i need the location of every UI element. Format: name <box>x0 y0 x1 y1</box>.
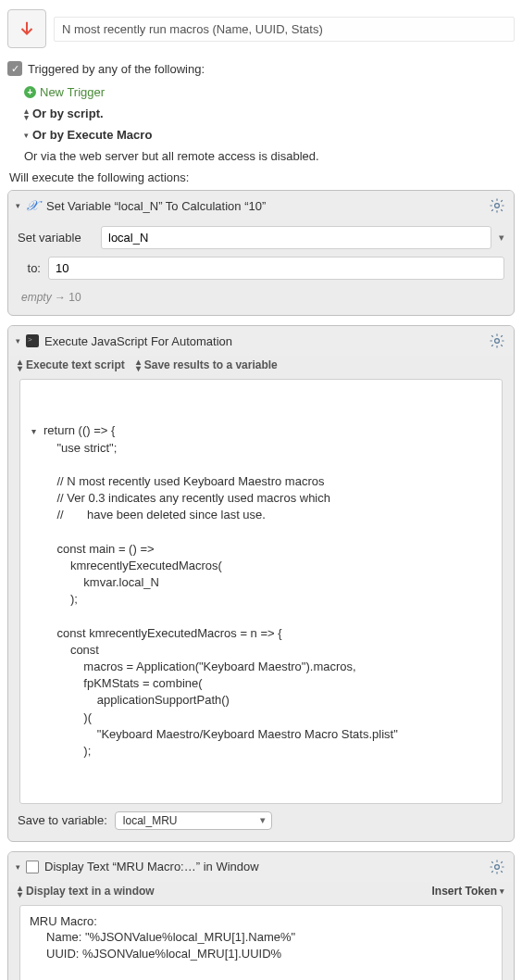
new-trigger-button[interactable]: + New Trigger <box>24 85 515 99</box>
or-by-script[interactable]: ▴▾ Or by script. <box>24 107 515 120</box>
gear-button[interactable] <box>488 196 506 215</box>
action-execute-jxa: ▾ Execute JavaScript For Automation ▴▾ E… <box>7 325 515 842</box>
to-label: to: <box>18 261 41 275</box>
macro-icon-box <box>7 9 46 48</box>
actions-section-label: Will execute the following actions: <box>9 170 515 184</box>
or-by-execute-macro[interactable]: ▾ Or by Execute Macro <box>24 128 515 142</box>
down-arrow-icon <box>17 19 37 39</box>
display-in-window-option[interactable]: ▴▾ Display text in a window <box>18 885 155 898</box>
dropdown-chevron-icon: ▾ <box>260 814 266 826</box>
chevron-down-icon: ▾ <box>500 886 504 896</box>
disclosure-icon[interactable]: ▾ <box>16 336 20 346</box>
save-to-variable-label: Save to variable: <box>18 813 107 827</box>
svg-point-2 <box>495 864 500 869</box>
triggered-label: Triggered by any of the following: <box>28 62 205 76</box>
action-title: Display Text “MRU Macro:…” in Window <box>44 860 482 873</box>
dropdown-chevron-icon[interactable]: ▾ <box>499 232 504 244</box>
gear-button[interactable] <box>488 858 506 876</box>
to-value-input[interactable] <box>48 257 504 280</box>
variable-name-input[interactable] <box>101 226 491 249</box>
enabled-checkbox[interactable]: ✓ <box>7 61 22 76</box>
save-results-option[interactable]: ▴▾ Save results to a variable <box>136 358 278 371</box>
or-execute-macro-label: Or by Execute Macro <box>32 128 152 142</box>
svg-point-1 <box>495 339 500 344</box>
svg-point-0 <box>495 204 500 208</box>
window-icon <box>26 861 39 873</box>
gear-button[interactable] <box>488 332 506 350</box>
or-script-label: Or by script. <box>32 107 104 120</box>
code-text-area[interactable]: ▾ return (() => { "use strict"; // N mos… <box>19 379 503 804</box>
action-title: Execute JavaScript For Automation <box>44 334 482 348</box>
action-title: Set Variable “local_N” To Calculation “1… <box>46 199 482 213</box>
terminal-icon <box>26 334 39 347</box>
plus-icon: + <box>24 86 36 98</box>
variable-icon: 𝒳 <box>26 198 41 214</box>
code-fold-icon[interactable]: ▾ <box>31 422 36 760</box>
disclosure-icon[interactable]: ▾ <box>16 201 20 210</box>
disclosure-icon[interactable]: ▾ <box>16 862 20 872</box>
code-content: return (() => { "use strict"; // N most … <box>44 422 398 760</box>
save-variable-select[interactable]: local_MRU ▾ <box>115 811 272 830</box>
execute-text-script-option[interactable]: ▴▾ Execute text script <box>18 358 125 371</box>
action-set-variable: ▾ 𝒳 Set Variable “local_N” To Calculatio… <box>7 190 515 316</box>
set-variable-label: Set variable <box>18 231 93 245</box>
updown-icon: ▴▾ <box>18 885 22 898</box>
gear-icon <box>489 859 505 875</box>
gear-icon <box>489 197 505 214</box>
macro-title-input[interactable] <box>54 17 515 42</box>
display-text-area[interactable]: MRU Macro: Name: "%JSONValue%local_MRU[1… <box>19 905 503 981</box>
new-trigger-label: New Trigger <box>40 85 105 99</box>
updown-icon: ▴▾ <box>24 107 29 120</box>
updown-icon: ▴▾ <box>18 358 22 371</box>
updown-icon: ▴▾ <box>136 358 141 371</box>
gear-icon <box>489 333 505 349</box>
chevron-down-icon: ▾ <box>24 131 29 140</box>
insert-token-button[interactable]: Insert Token ▾ <box>432 885 504 898</box>
or-web-label: Or via the web server but all remote acc… <box>24 149 319 163</box>
action-display-text: ▾ Display Text “MRU Macro:…” in Window ▴… <box>7 851 515 981</box>
result-hint: empty → 10 <box>18 287 504 306</box>
